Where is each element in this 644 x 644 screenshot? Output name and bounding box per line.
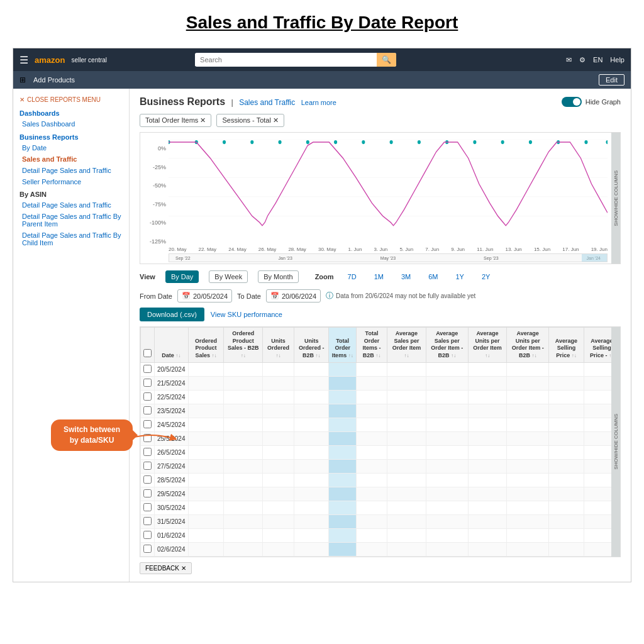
toggle-switch[interactable] — [562, 97, 582, 107]
col-date[interactable]: Date ↑↓ — [155, 328, 189, 363]
col-avg-units-per-order[interactable]: Average Units per Order Item ↑↓ — [468, 328, 507, 363]
show-hide-table-columns[interactable]: SHOW/HIDE COLUMNS — [611, 327, 620, 557]
cell-date: 02/6/2024 — [155, 542, 189, 556]
chart-x-labels: 20. May 22. May 24. May 26. May 28. May … — [169, 247, 608, 252]
col-total-order-items[interactable]: Total Order Items ↑↓ — [329, 328, 357, 363]
sidebar-item-detail-parent[interactable]: Detail Page Sales and Traffic By Parent … — [13, 211, 129, 230]
sidebar-item-by-date[interactable]: By Date — [13, 142, 129, 153]
table-row: 22/5/2024 — [141, 390, 620, 404]
svg-point-10 — [306, 140, 309, 144]
cell-date: 23/5/2024 — [155, 404, 189, 418]
x-label-9: 5. Jun — [399, 247, 413, 252]
sidebar: ✕ CLOSE REPORTS MENU Dashboards Sales Da… — [13, 89, 130, 582]
row-checkbox[interactable] — [143, 475, 152, 484]
to-date-input[interactable]: 📅 20/06/2024 — [266, 289, 321, 303]
y-label-125: -125% — [150, 238, 166, 245]
sidebar-item-sales-dashboard[interactable]: Sales Dashboard — [13, 118, 129, 130]
search-input[interactable] — [195, 53, 377, 66]
zoom-3m[interactable]: 3M — [397, 272, 414, 282]
row-checkbox[interactable] — [143, 365, 152, 373]
date-controls: From Date 📅 20/05/2024 To Date 📅 20/06/2… — [140, 289, 621, 303]
row-checkbox[interactable] — [143, 489, 152, 497]
search-button[interactable]: 🔍 — [377, 53, 396, 67]
feedback-bar[interactable]: FEEDBACK ✕ — [140, 562, 192, 574]
cell-date: 27/5/2024 — [155, 459, 189, 473]
col-ordered-product-sales[interactable]: Ordered Product Sales ↑↓ — [188, 328, 224, 363]
help-link[interactable]: Help — [610, 56, 625, 64]
row-checkbox[interactable] — [143, 448, 152, 456]
sidebar-item-detail-child[interactable]: Detail Page Sales and Traffic By Child I… — [13, 230, 129, 248]
from-date-input[interactable]: 📅 20/05/2024 — [177, 289, 232, 303]
cell-date: 21/5/2024 — [155, 376, 189, 390]
filter-tag-order-items[interactable]: Total Order Items ✕ — [140, 114, 211, 127]
zoom-6m[interactable]: 6M — [425, 272, 441, 282]
data-table-wrapper: Date ↑↓ Ordered Product Sales ↑↓ Ordered… — [140, 326, 621, 557]
dashboards-title: Dashboards — [13, 106, 129, 118]
row-checkbox[interactable] — [143, 379, 152, 387]
col-units-ordered-b2b[interactable]: Units Ordered - B2B ↑↓ — [294, 328, 329, 363]
by-day-button[interactable]: By Day — [165, 270, 199, 283]
col-ordered-product-sales-b2b[interactable]: Ordered Product Sales - B2B ↑↓ — [224, 328, 263, 363]
row-checkbox[interactable] — [143, 462, 152, 470]
view-sku-link[interactable]: View SKU performance — [211, 311, 282, 318]
nav-home-icon[interactable]: ⊞ — [19, 75, 26, 84]
col-units-ordered[interactable]: Units Ordered ↑↓ — [262, 328, 294, 363]
zoom-1y[interactable]: 1Y — [452, 272, 467, 282]
nav-right: ✉ ⚙ EN Help — [566, 56, 625, 64]
to-date-value: 20/06/2024 — [282, 292, 316, 300]
close-reports-button[interactable]: ✕ CLOSE REPORTS MENU — [13, 94, 129, 106]
col-total-order-items-b2b[interactable]: Total Order Items - B2B ↑↓ — [357, 328, 387, 363]
x-label-13: 13. Jun — [506, 247, 522, 252]
row-checkbox[interactable] — [143, 545, 152, 553]
cell-date: 31/5/2024 — [155, 514, 189, 528]
filter-tag-sessions[interactable]: Sessions - Total ✕ — [216, 114, 284, 127]
language-selector[interactable]: EN — [593, 56, 602, 64]
settings-icon[interactable]: ⚙ — [579, 56, 586, 64]
hamburger-icon[interactable]: ☰ — [19, 54, 28, 66]
sidebar-item-seller-performance[interactable]: Seller Performance — [13, 176, 129, 187]
mail-icon[interactable]: ✉ — [566, 56, 572, 64]
view-label: View — [140, 273, 155, 280]
y-label-75: -75% — [153, 201, 166, 208]
row-checkbox[interactable] — [143, 517, 152, 525]
row-checkbox[interactable] — [143, 406, 152, 414]
row-checkbox[interactable] — [143, 434, 152, 442]
main-content: ✕ CLOSE REPORTS MENU Dashboards Sales Da… — [13, 89, 631, 582]
svg-point-9 — [279, 140, 282, 144]
learn-more-link[interactable]: Learn more — [301, 99, 336, 106]
select-all-checkbox[interactable] — [143, 349, 152, 357]
add-products-link[interactable]: Add Products — [33, 76, 75, 84]
x-label-14: 15. Jun — [534, 247, 550, 252]
sidebar-item-detail-page[interactable]: Detail Page Sales and Traffic — [13, 165, 129, 176]
col-avg-sales-per-order-b2b[interactable]: Average Sales per Order Item - B2B ↑↓ — [426, 328, 468, 363]
show-hide-columns-right[interactable]: SHOW/HIDE COLUMNS — [611, 133, 620, 264]
zoom-7d[interactable]: 7D — [344, 272, 360, 282]
hide-graph-toggle[interactable]: Hide Graph — [562, 97, 621, 107]
by-month-button[interactable]: By Month — [258, 270, 298, 283]
row-checkbox[interactable] — [143, 392, 152, 401]
col-avg-selling-price[interactable]: Average Selling Price ↑↓ — [548, 328, 584, 363]
report-subtitle: Sales and Traffic — [239, 98, 295, 107]
row-checkbox[interactable] — [143, 531, 152, 539]
edit-button[interactable]: Edit — [599, 74, 625, 86]
sidebar-item-sales-traffic[interactable]: Sales and Traffic — [13, 153, 129, 165]
col-avg-sales-per-order[interactable]: Average Sales per Order Item ↑↓ — [387, 328, 426, 363]
zoom-2y[interactable]: 2Y — [478, 272, 494, 282]
by-week-button[interactable]: By Week — [209, 270, 248, 283]
cell-date: 30/5/2024 — [155, 501, 189, 514]
row-checkbox[interactable] — [143, 503, 152, 511]
x-label-12: 11. Jun — [477, 247, 493, 252]
from-date-label: From Date — [140, 292, 172, 300]
col-avg-units-per-order-b2b[interactable]: Average Units per Order Item - B2B ↑↓ — [507, 328, 548, 363]
chart-svg — [169, 139, 608, 235]
filter-tags: Total Order Items ✕ Sessions - Total ✕ — [140, 114, 621, 127]
table-row: 24/5/2024 — [141, 418, 620, 431]
cell-date: 24/5/2024 — [155, 418, 189, 431]
chart-minimap[interactable]: Sep '22 Jan '23 May '23 Sep '23 Jan '24 — [169, 253, 608, 262]
sidebar-item-detail-asin[interactable]: Detail Page Sales and Traffic — [13, 199, 129, 211]
row-checkbox[interactable] — [143, 420, 152, 428]
zoom-1m[interactable]: 1M — [370, 272, 387, 282]
data-table: Date ↑↓ Ordered Product Sales ↑↓ Ordered… — [140, 327, 620, 557]
download-csv-button[interactable]: Download (.csv) — [140, 308, 204, 321]
sub-nav: ⊞ Add Products Edit — [13, 71, 631, 89]
